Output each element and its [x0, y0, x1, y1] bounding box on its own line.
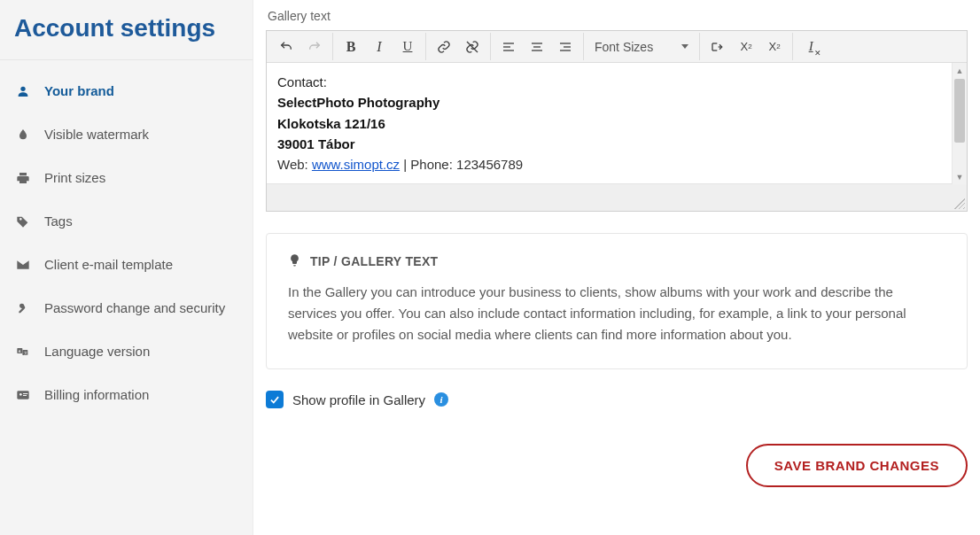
contact-line-3: 39001 Tábor [277, 136, 355, 151]
svg-text:文: 文 [24, 350, 27, 354]
tip-body: In the Gallery you can introduce your bu… [288, 282, 945, 345]
contact-line-1: SelectPhoto Photography [277, 95, 439, 110]
sidebar-item-label: Billing information [44, 387, 149, 402]
phone-value: 123456789 [456, 157, 523, 172]
clear-format-button[interactable]: I✕ [797, 34, 825, 60]
scroll-thumb[interactable] [954, 79, 965, 143]
lightbulb-icon [288, 253, 301, 269]
drop-icon [14, 128, 32, 142]
lang-icon: A文 [14, 345, 32, 359]
page-title: Account settings [0, 0, 253, 60]
contact-line-2: Klokotska 121/16 [277, 116, 385, 131]
web-label: Web: [277, 157, 312, 172]
italic-button[interactable]: I [365, 34, 393, 60]
sidebar-nav: Your brand Visible watermark Print sizes… [0, 69, 253, 416]
editor-content[interactable]: Contact: SelectPhoto Photography Klokots… [267, 63, 967, 184]
link-button[interactable] [430, 34, 458, 60]
sidebar-item-label: Tags [44, 213, 73, 229]
sidebar-item-label: Password change and security [44, 300, 225, 315]
contact-label: Contact: [277, 72, 947, 92]
sidebar-item-print-sizes[interactable]: Print sizes [0, 156, 253, 199]
svg-rect-7 [23, 393, 27, 394]
sidebar-item-label: Print sizes [44, 170, 105, 185]
mail-icon [14, 258, 32, 272]
tip-box: TIP / GALLERY TEXT In the Gallery you ca… [266, 233, 968, 369]
underline-button[interactable]: U [393, 34, 422, 60]
bold-button[interactable]: B [337, 34, 365, 60]
sidebar-item-label: Language version [44, 344, 150, 359]
subscript-button[interactable]: X2 [732, 34, 760, 60]
undo-button[interactable] [272, 34, 300, 60]
font-sizes-select[interactable]: Font Sizes [587, 35, 696, 59]
sidebar-item-label: Your brand [44, 83, 114, 98]
card-icon [14, 388, 32, 402]
sidebar-item-your-brand[interactable]: Your brand [0, 69, 253, 112]
sidebar-item-client-email-template[interactable]: Client e-mail template [0, 243, 253, 286]
tip-heading: TIP / GALLERY TEXT [288, 253, 945, 269]
svg-point-0 [20, 86, 25, 90]
save-brand-changes-button[interactable]: SAVE BRAND CHANGES [746, 444, 968, 487]
align-right-button[interactable] [551, 34, 579, 60]
resize-handle[interactable] [954, 198, 965, 209]
font-sizes-label: Font Sizes [595, 40, 653, 54]
show-profile-label: Show profile in Gallery [292, 392, 425, 407]
user-icon [14, 84, 32, 98]
sidebar-item-password-security[interactable]: Password change and security [0, 286, 253, 330]
align-center-button[interactable] [523, 34, 551, 60]
web-link[interactable]: www.simopt.cz [312, 157, 400, 172]
gallery-text-label: Gallery text [268, 9, 969, 23]
sidebar: Account settings Your brand Visible wate… [0, 0, 253, 535]
svg-text:A: A [19, 348, 21, 353]
editor-footer [267, 184, 967, 211]
svg-point-6 [19, 393, 22, 396]
rich-text-editor: B I U [266, 30, 968, 212]
tags-icon [14, 214, 32, 229]
sidebar-item-billing-information[interactable]: Billing information [0, 373, 253, 416]
print-icon [14, 171, 32, 185]
sidebar-item-visible-watermark[interactable]: Visible watermark [0, 112, 253, 156]
unlink-button[interactable] [458, 34, 486, 60]
tip-heading-text: TIP / GALLERY TEXT [310, 254, 438, 268]
sidebar-item-tags[interactable]: Tags [0, 199, 253, 243]
scroll-down-icon[interactable]: ▼ [953, 169, 967, 184]
sidebar-item-label: Visible watermark [44, 127, 149, 142]
sidebar-item-label: Client e-mail template [44, 257, 173, 272]
phone-label: | Phone: [400, 157, 456, 172]
sidebar-item-language-version[interactable]: A文 Language version [0, 330, 253, 373]
superscript-button[interactable]: X2 [760, 34, 789, 60]
redo-button[interactable] [300, 34, 329, 60]
info-icon[interactable]: i [434, 392, 448, 407]
outdent-button[interactable] [704, 34, 732, 60]
scroll-up-icon[interactable]: ▲ [953, 63, 967, 78]
svg-rect-8 [23, 395, 27, 396]
align-left-button[interactable] [494, 34, 523, 60]
chevron-down-icon [681, 44, 688, 49]
key-icon [14, 301, 32, 315]
show-profile-checkbox[interactable] [266, 391, 284, 408]
editor-scrollbar[interactable]: ▲ ▼ [952, 63, 967, 184]
main-content: Gallery text B I U [253, 0, 980, 535]
editor-toolbar: B I U [267, 31, 967, 63]
show-profile-row: Show profile in Gallery i [266, 391, 969, 408]
